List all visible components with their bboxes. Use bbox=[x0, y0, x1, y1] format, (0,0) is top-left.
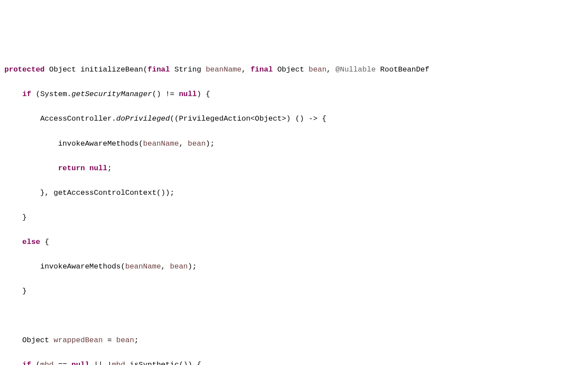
code-line: invokeAwareMethods(beanName, bean); bbox=[4, 261, 584, 273]
code-line: Object wrappedBean = bean; bbox=[4, 334, 584, 347]
code-line: if (mbd == null || !mbd.isSynthetic()) { bbox=[4, 359, 584, 365]
code-line: } bbox=[4, 285, 584, 297]
code-line: }, getAccessControlContext()); bbox=[4, 187, 584, 199]
code-line: } bbox=[4, 211, 584, 224]
code-line: else { bbox=[4, 236, 584, 248]
code-block: protected Object initializeBean(final St… bbox=[4, 51, 584, 365]
code-line: if (System.getSecurityManager() != null)… bbox=[4, 88, 584, 100]
code-line bbox=[4, 310, 584, 322]
code-line: AccessController.doPrivileged((Privilege… bbox=[4, 113, 584, 125]
code-line: return null; bbox=[4, 162, 584, 175]
code-line: protected Object initializeBean(final St… bbox=[4, 64, 584, 76]
code-line: invokeAwareMethods(beanName, bean); bbox=[4, 138, 584, 150]
